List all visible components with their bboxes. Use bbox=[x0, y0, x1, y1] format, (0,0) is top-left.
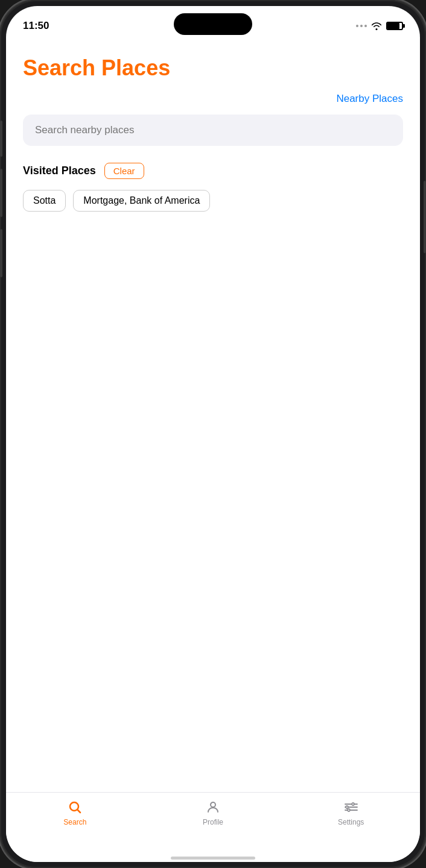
profile-tab-icon bbox=[205, 799, 221, 816]
page-title: Search Places bbox=[23, 55, 403, 81]
search-input[interactable] bbox=[35, 124, 391, 136]
visited-section-header: Visited Places Clear bbox=[23, 163, 403, 179]
nearby-places-link[interactable]: Nearby Places bbox=[336, 93, 403, 104]
content-area: Search Places Nearby Places Visited Plac… bbox=[6, 37, 420, 792]
phone-screen: 11:50 Search Places bbox=[6, 6, 420, 862]
nearby-places-link-container: Nearby Places bbox=[23, 93, 403, 105]
svg-line-1 bbox=[78, 810, 81, 813]
power-button[interactable] bbox=[424, 181, 426, 253]
clear-button[interactable]: Clear bbox=[104, 163, 144, 179]
dynamic-island bbox=[174, 13, 252, 35]
chip-sotta[interactable]: Sotta bbox=[23, 190, 66, 212]
visited-chips: Sotta Mortgage, Bank of America bbox=[23, 190, 403, 212]
tab-bar: Search Profile bbox=[6, 792, 420, 850]
svg-point-2 bbox=[211, 802, 215, 807]
phone-frame: 11:50 Search Places bbox=[0, 0, 426, 868]
wifi-icon bbox=[370, 22, 383, 30]
profile-tab-label: Profile bbox=[203, 818, 223, 826]
tab-profile[interactable]: Profile bbox=[144, 799, 282, 826]
silent-button[interactable] bbox=[0, 229, 2, 277]
visited-places-label: Visited Places bbox=[23, 165, 96, 177]
status-icons bbox=[356, 22, 403, 30]
tab-settings[interactable]: Settings bbox=[282, 799, 420, 826]
battery-icon bbox=[386, 22, 403, 30]
chip-bank-of-america[interactable]: Mortgage, Bank of America bbox=[73, 190, 210, 212]
volume-up-button[interactable] bbox=[0, 121, 2, 157]
settings-tab-icon bbox=[343, 799, 360, 816]
search-input-container[interactable] bbox=[23, 115, 403, 146]
status-time: 11:50 bbox=[23, 20, 49, 32]
volume-down-button[interactable] bbox=[0, 169, 2, 217]
home-bar bbox=[171, 857, 255, 860]
settings-tab-label: Settings bbox=[338, 818, 364, 826]
home-indicator bbox=[6, 850, 420, 862]
signal-dots-icon bbox=[356, 25, 367, 27]
tab-search[interactable]: Search bbox=[6, 799, 144, 826]
search-tab-icon bbox=[66, 799, 83, 816]
search-tab-label: Search bbox=[63, 818, 86, 826]
